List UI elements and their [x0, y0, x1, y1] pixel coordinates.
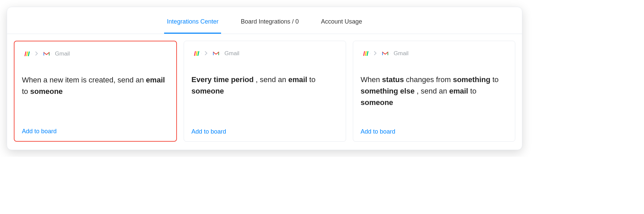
recipe-text-fragment: When a new item is created, send an — [22, 76, 146, 84]
recipe-text-fragment: , send an — [254, 75, 288, 84]
recipe-token: someone — [361, 98, 393, 107]
recipe-text: When a new item is created, send an emai… — [22, 74, 169, 97]
integration-name: Gmail — [224, 50, 239, 57]
recipe-card[interactable]: Gmail When status changes from something… — [353, 41, 515, 142]
monday-icon — [191, 48, 202, 59]
tab-board-integrations[interactable]: Board Integrations / 0 — [238, 9, 301, 34]
tab-integrations-center[interactable]: Integrations Center — [164, 9, 221, 34]
recipe-text-fragment: to — [490, 75, 498, 84]
recipe-text: When status changes from something to so… — [361, 74, 508, 108]
chevron-right-icon — [205, 50, 208, 57]
integration-breadcrumb: Gmail — [22, 48, 169, 60]
integration-breadcrumb: Gmail — [361, 48, 508, 59]
recipe-token: something else — [361, 87, 415, 95]
monday-icon — [22, 48, 32, 60]
recipe-text-fragment: to — [22, 87, 30, 96]
recipe-token: status — [382, 75, 404, 84]
recipe-card[interactable]: Gmail Every time period , send an email … — [184, 41, 346, 142]
add-to-board-link[interactable]: Add to board — [361, 128, 508, 135]
recipe-token: something — [453, 75, 490, 84]
monday-icon — [361, 48, 371, 59]
recipe-token: someone — [191, 87, 224, 95]
recipe-text-fragment: to — [307, 75, 315, 84]
recipe-token: Every time period — [191, 75, 254, 84]
recipe-text: Every time period , send an email to som… — [191, 74, 338, 97]
recipe-cards: Gmail When a new item is created, send a… — [7, 34, 522, 150]
integration-name: Gmail — [55, 50, 70, 57]
recipe-token: email — [146, 76, 165, 84]
recipe-text-fragment: When — [361, 75, 382, 84]
integrations-panel: Integrations Center Board Integrations /… — [7, 7, 522, 150]
gmail-icon — [380, 48, 390, 59]
tabs-bar: Integrations Center Board Integrations /… — [7, 7, 522, 34]
chevron-right-icon — [35, 51, 38, 57]
tab-account-usage[interactable]: Account Usage — [318, 9, 365, 34]
add-to-board-link[interactable]: Add to board — [22, 128, 169, 135]
recipe-text-fragment: , send an — [415, 87, 449, 95]
gmail-icon — [211, 48, 221, 59]
recipe-token: email — [449, 87, 468, 95]
chevron-right-icon — [374, 50, 377, 57]
recipe-text-fragment: changes from — [404, 75, 453, 84]
integration-name: Gmail — [394, 50, 408, 57]
recipe-card[interactable]: Gmail When a new item is created, send a… — [14, 41, 177, 142]
gmail-icon — [41, 48, 52, 60]
recipe-token: email — [288, 75, 307, 84]
integration-breadcrumb: Gmail — [191, 48, 338, 59]
recipe-token: someone — [30, 87, 63, 96]
recipe-text-fragment: to — [468, 87, 476, 95]
add-to-board-link[interactable]: Add to board — [191, 128, 338, 135]
